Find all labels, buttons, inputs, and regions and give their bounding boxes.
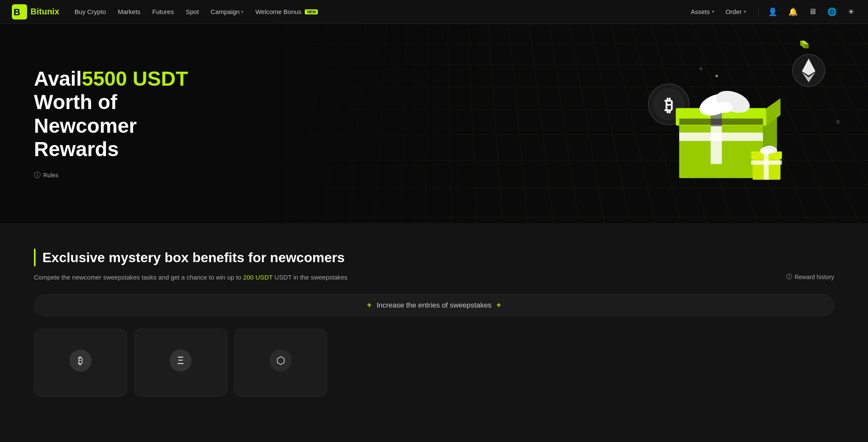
bell-icon[interactable]: 🔔 — [787, 6, 799, 18]
sweep-plus-left: + — [367, 301, 372, 310]
task-card-1[interactable]: ₿ — [34, 329, 127, 397]
task-card-2-icon: Ξ — [170, 350, 192, 372]
svg-rect-22 — [764, 151, 769, 180]
assets-dropdown[interactable]: Assets ▾ — [687, 6, 719, 18]
nav-markets[interactable]: Markets — [118, 8, 140, 15]
deco-dot-1 — [715, 75, 718, 77]
section-title: Exclusive mystery box benefits for newco… — [42, 250, 345, 266]
hero-section: Avail5500 USDT Worth of Newcomer Rewards… — [0, 24, 868, 223]
section-title-bar: Exclusive mystery box benefits for newco… — [34, 249, 834, 266]
deco-cross-1: + — [698, 64, 704, 74]
task-card-3[interactable]: ⬡ — [234, 329, 327, 397]
logo[interactable]: B Bitunix — [12, 4, 59, 20]
svg-rect-16 — [679, 119, 763, 125]
assets-chevron-icon: ▾ — [712, 9, 715, 14]
section-subtitle-row: Compete the newcomer sweepstakes tasks a… — [34, 273, 834, 281]
ethereum-coin — [792, 53, 826, 87]
sweep-plus-right: + — [497, 301, 501, 310]
nav-welcome-bonus[interactable]: Welcome Bonus NEW — [255, 8, 318, 15]
svg-point-26 — [765, 149, 772, 154]
nav-divider — [758, 7, 759, 17]
assets-order-group: Assets ▾ Order ▾ — [687, 6, 751, 18]
theme-icon[interactable]: ☀ — [846, 6, 856, 18]
reward-history-icon: ⓘ — [786, 273, 792, 281]
nav-futures[interactable]: Futures — [152, 8, 174, 15]
deco-cross-2: × — [835, 117, 840, 127]
nav-links: Buy Crypto Markets Futures Spot Campaign… — [75, 8, 687, 15]
svg-point-19 — [717, 102, 732, 113]
sweepstakes-bar[interactable]: + Increase the entries of sweepstakes + — [34, 294, 834, 316]
rules-circle-icon: ⓘ — [34, 171, 41, 180]
nav-right: Assets ▾ Order ▾ 👤 🔔 🖥 🌐 ☀ — [687, 6, 856, 18]
wallet-icon[interactable]: 🖥 — [807, 6, 818, 18]
cube-fragment — [796, 41, 809, 53]
order-dropdown[interactable]: Order ▾ — [721, 6, 751, 18]
task-card-3-icon: ⬡ — [270, 350, 292, 372]
rules-link[interactable]: ⓘ Rules — [34, 171, 220, 180]
hero-visual: ₿ — [622, 41, 843, 219]
task-card-1-icon: ₿ — [70, 350, 92, 372]
section-title-border — [34, 249, 36, 266]
user-icon[interactable]: 👤 — [766, 6, 779, 18]
svg-rect-14 — [679, 132, 763, 141]
reward-history-button[interactable]: ⓘ Reward history — [786, 273, 834, 281]
gift-box-container: ₿ — [622, 41, 843, 219]
globe-icon[interactable]: 🌐 — [826, 6, 838, 18]
logo-text: Bitunix — [31, 7, 59, 17]
navbar: B Bitunix Buy Crypto Markets Futures Spo… — [0, 0, 868, 24]
nav-spot[interactable]: Spot — [186, 8, 199, 15]
gift-box-svg — [669, 49, 787, 202]
svg-rect-23 — [751, 160, 782, 165]
svg-marker-29 — [804, 44, 809, 48]
hero-title: Avail5500 USDT Worth of Newcomer Rewards — [34, 67, 220, 161]
nav-campaign[interactable]: Campaign ▾ — [211, 8, 243, 15]
nav-buy-crypto[interactable]: Buy Crypto — [75, 8, 106, 15]
section-subtitle: Compete the newcomer sweepstakes tasks a… — [34, 274, 348, 281]
task-card-row: ₿ Ξ ⬡ — [34, 329, 834, 397]
task-card-2[interactable]: Ξ — [134, 329, 227, 397]
campaign-chevron-icon: ▾ — [241, 9, 243, 14]
order-chevron-icon: ▾ — [744, 9, 746, 14]
hero-content: Avail5500 USDT Worth of Newcomer Rewards… — [0, 42, 254, 205]
new-badge: NEW — [305, 9, 318, 14]
lower-section: Exclusive mystery box benefits for newco… — [0, 223, 868, 442]
sweepstakes-label: Increase the entries of sweepstakes — [376, 301, 491, 310]
svg-text:B: B — [14, 7, 20, 17]
